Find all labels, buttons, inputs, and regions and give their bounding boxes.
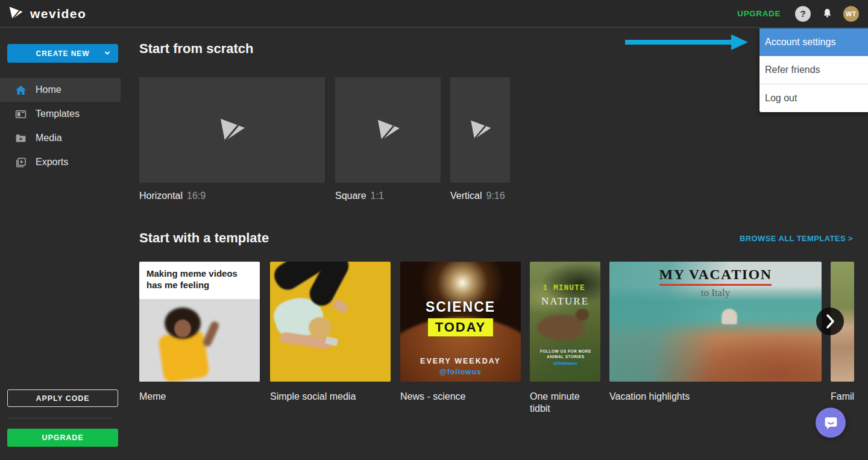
- template-label: Famil: [831, 391, 854, 403]
- template-card-vacation-highlights[interactable]: MY VACATION to Italy: [609, 262, 822, 382]
- scratch-label-text: Vertical: [450, 191, 482, 201]
- vacation-title-text: MY VACATION: [659, 266, 772, 286]
- chat-launcher-button[interactable]: [816, 408, 846, 438]
- scratch-label-text: Square: [335, 191, 366, 201]
- wevideo-wordmark: wevideo: [30, 7, 86, 21]
- sidebar-item-media[interactable]: Media: [0, 126, 121, 150]
- sidebar-item-label: Exports: [36, 157, 68, 168]
- templates-icon: [14, 107, 27, 121]
- media-folder-icon: [14, 131, 27, 145]
- tidbit-title-text: 1 MINUTE: [530, 283, 598, 292]
- menu-item-refer-friends[interactable]: Refer friends: [760, 56, 868, 84]
- template-label: Vacation highlights: [609, 391, 690, 403]
- vacation-subtitle-text: to Italy: [609, 287, 822, 299]
- help-icon[interactable]: ?: [795, 6, 811, 22]
- sidebar: CREATE NEW Home Templates: [0, 28, 121, 460]
- apply-code-button[interactable]: APPLY CODE: [7, 389, 118, 407]
- main-content: Start from scratch Horizontal16:9 Square…: [121, 28, 868, 460]
- news-subtitle-text: EVERY WEEKDAY: [400, 357, 521, 365]
- sidebar-item-label: Media: [36, 133, 62, 143]
- scratch-ratio-text: 16:9: [187, 191, 206, 201]
- notifications-bell-icon[interactable]: [819, 6, 835, 22]
- tidbit-handle-text: @followus: [530, 361, 600, 366]
- scratch-ratio-text: 9:16: [486, 191, 505, 201]
- template-card-meme[interactable]: Making meme videos has me feeling: [139, 262, 260, 382]
- tidbit-subtitle-text: NATURE: [530, 295, 600, 307]
- avatar[interactable]: WT: [843, 6, 859, 22]
- news-highlight-text: TODAY: [428, 318, 494, 336]
- account-dropdown-menu: Account settings Refer friends Log out: [760, 28, 868, 112]
- create-new-label: CREATE NEW: [36, 49, 90, 58]
- create-new-button[interactable]: CREATE NEW: [7, 44, 118, 63]
- sidebar-item-label: Templates: [36, 109, 80, 119]
- sidebar-item-home[interactable]: Home: [0, 78, 121, 102]
- scratch-ratio-text: 1:1: [371, 191, 384, 201]
- wevideo-logo[interactable]: wevideo: [8, 5, 86, 23]
- browse-all-templates-link[interactable]: BROWSE ALL TEMPLATES >: [740, 234, 853, 243]
- scratch-card-square[interactable]: [335, 77, 441, 183]
- scratch-card-horizontal[interactable]: [139, 77, 325, 183]
- wevideo-cursor-icon: [218, 118, 247, 143]
- scratch-label-square: Square1:1: [335, 191, 384, 201]
- chat-bubble-icon: [823, 415, 839, 431]
- scratch-label-vertical: Vertical9:16: [450, 191, 505, 201]
- news-handle-text: @followus: [400, 368, 521, 376]
- scratch-card-vertical[interactable]: [450, 77, 510, 183]
- wevideo-cursor-icon: [375, 119, 401, 142]
- chevron-right-icon: [816, 307, 844, 335]
- template-card-news-science[interactable]: SCIENCE TODAY EVERY WEEKDAY @followus: [400, 262, 521, 382]
- topbar-upgrade-link[interactable]: UPGRADE: [737, 9, 781, 18]
- start-with-template-title: Start with a template: [139, 230, 269, 246]
- news-title-text: SCIENCE: [400, 299, 521, 315]
- template-label: Simple social media: [270, 391, 356, 403]
- sidebar-item-label: Home: [36, 84, 61, 95]
- chevron-down-icon: [104, 49, 111, 58]
- tidbit-footer-text: FOLLOW US FOR MORE ANIMAL STORIES: [533, 348, 598, 359]
- topbar: wevideo UPGRADE ? WT: [0, 0, 868, 28]
- template-label: News - science: [400, 391, 465, 403]
- template-label: Meme: [139, 391, 166, 403]
- sidebar-upgrade-button[interactable]: UPGRADE: [7, 429, 118, 447]
- home-icon: [14, 83, 27, 96]
- sidebar-item-templates[interactable]: Templates: [0, 102, 121, 126]
- menu-item-log-out[interactable]: Log out: [760, 84, 868, 112]
- template-card-simple-social-media[interactable]: [270, 262, 391, 382]
- meme-caption-text: Making meme videos has me feeling: [139, 262, 260, 291]
- sidebar-divider: [7, 418, 111, 418]
- sidebar-item-exports[interactable]: Exports: [0, 150, 121, 174]
- scratch-label-text: Horizontal: [139, 191, 183, 201]
- sidebar-nav: Home Templates Media: [0, 78, 121, 174]
- wevideo-logo-icon: [8, 5, 24, 23]
- template-card-one-minute-tidbit[interactable]: 1 MINUTE NATURE FOLLOW US FOR MORE ANIMA…: [530, 262, 600, 382]
- template-label: One minute tidbit: [530, 391, 597, 415]
- wevideo-cursor-icon: [468, 119, 492, 140]
- carousel-next-button[interactable]: [816, 307, 844, 335]
- scratch-label-horizontal: Horizontal16:9: [139, 191, 206, 201]
- meme-photo: [139, 299, 260, 382]
- menu-item-account-settings[interactable]: Account settings: [760, 28, 868, 56]
- start-from-scratch-title: Start from scratch: [139, 41, 254, 57]
- exports-icon: [14, 156, 27, 169]
